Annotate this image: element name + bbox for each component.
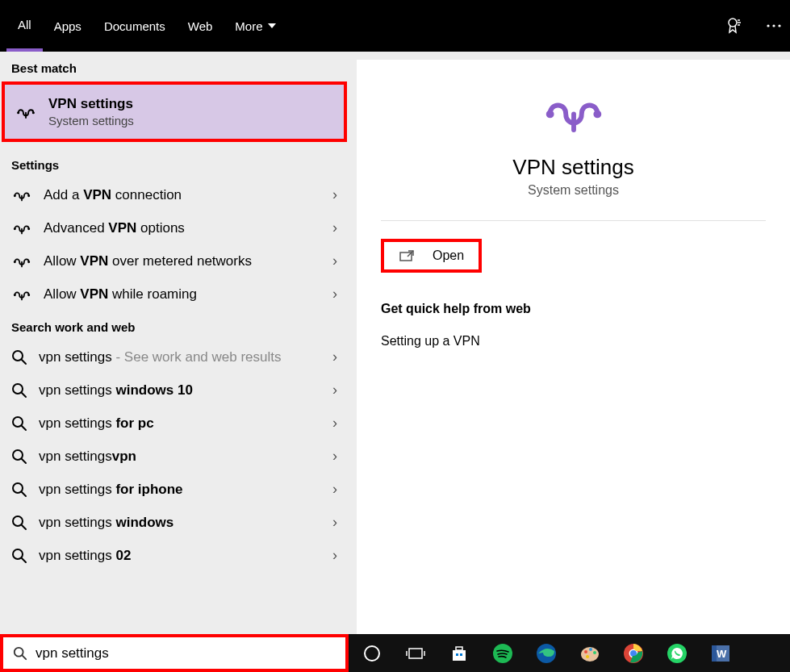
open-button-highlight: Open bbox=[381, 239, 482, 273]
web-result[interactable]: vpn settings for iphone › bbox=[0, 473, 349, 506]
svg-point-22 bbox=[584, 650, 587, 653]
taskbar: W bbox=[349, 634, 790, 672]
taskbar-spotify[interactable] bbox=[484, 637, 521, 670]
chevron-right-icon: › bbox=[332, 253, 337, 269]
search-results-panel: Best match VPN settings System settings … bbox=[0, 52, 349, 634]
search-input[interactable] bbox=[36, 645, 336, 662]
vpn-icon bbox=[11, 187, 32, 203]
svg-point-9 bbox=[772, 24, 775, 27]
web-result[interactable]: vpn settings windows › bbox=[0, 506, 349, 539]
tab-all[interactable]: All bbox=[6, 0, 43, 52]
web-result[interactable]: vpn settings windows 10 › bbox=[0, 374, 349, 407]
chevron-down-icon bbox=[268, 23, 276, 28]
web-result[interactable]: vpn settings - See work and web results … bbox=[0, 340, 349, 374]
svg-rect-18 bbox=[460, 653, 462, 656]
vpn-icon bbox=[11, 286, 32, 303]
svg-point-7 bbox=[729, 19, 737, 27]
chevron-right-icon: › bbox=[332, 382, 337, 399]
open-button[interactable]: Open bbox=[384, 242, 479, 269]
settings-item-vpn-metered[interactable]: Allow VPN over metered networks › bbox=[0, 244, 349, 278]
rewards-icon[interactable] bbox=[725, 16, 745, 35]
best-match-highlight: VPN settings System settings bbox=[2, 81, 347, 142]
taskbar-whatsapp[interactable] bbox=[658, 637, 696, 670]
settings-item-label: Advanced VPN options bbox=[44, 220, 332, 236]
settings-item-label: Allow VPN while roaming bbox=[44, 286, 332, 303]
search-icon bbox=[13, 646, 27, 661]
taskbar-edge[interactable] bbox=[528, 637, 565, 670]
tab-more[interactable]: More bbox=[224, 0, 286, 52]
preview-panel: VPN settings System settings Open Get qu… bbox=[357, 60, 790, 634]
tab-apps[interactable]: Apps bbox=[43, 0, 93, 52]
web-result[interactable]: vpn settings for pc › bbox=[0, 407, 349, 440]
open-icon bbox=[399, 249, 415, 262]
web-result-label: vpn settings 02 bbox=[39, 548, 332, 564]
search-icon bbox=[11, 515, 27, 531]
search-icon bbox=[11, 415, 27, 432]
taskbar-store[interactable] bbox=[441, 637, 478, 670]
search-icon bbox=[11, 482, 27, 498]
section-settings: Settings bbox=[0, 148, 349, 178]
web-result[interactable]: vpn settings 02 › bbox=[0, 539, 349, 572]
svg-text:W: W bbox=[717, 648, 727, 660]
best-match-title: VPN settings bbox=[48, 96, 134, 112]
search-icon bbox=[11, 548, 27, 564]
svg-point-24 bbox=[593, 651, 596, 654]
vpn-icon bbox=[538, 84, 609, 140]
taskbar-paint[interactable] bbox=[571, 637, 608, 670]
settings-item-label: Allow VPN over metered networks bbox=[44, 253, 332, 269]
settings-item-add-vpn[interactable]: Add a VPN connection › bbox=[0, 178, 349, 211]
svg-point-8 bbox=[767, 24, 769, 27]
svg-point-23 bbox=[589, 648, 592, 651]
settings-item-label: Add a VPN connection bbox=[44, 187, 332, 203]
best-match-subtitle: System settings bbox=[48, 114, 134, 127]
settings-item-vpn-roaming[interactable]: Allow VPN while roaming › bbox=[0, 278, 349, 311]
web-result-label: vpn settings windows bbox=[39, 515, 332, 531]
svg-rect-16 bbox=[456, 647, 462, 650]
section-best-match: Best match bbox=[0, 52, 349, 81]
chevron-right-icon: › bbox=[332, 415, 337, 432]
quick-help-link[interactable]: Setting up a VPN bbox=[381, 334, 766, 349]
svg-point-11 bbox=[365, 646, 379, 661]
chevron-right-icon: › bbox=[332, 514, 337, 531]
chevron-right-icon: › bbox=[332, 286, 337, 303]
svg-rect-17 bbox=[456, 653, 458, 656]
search-box-highlight bbox=[0, 634, 349, 672]
taskbar-taskview[interactable] bbox=[397, 637, 434, 670]
web-result-label: vpn settings windows 10 bbox=[39, 382, 332, 399]
svg-rect-12 bbox=[409, 649, 422, 658]
vpn-icon bbox=[11, 220, 32, 236]
tab-more-label: More bbox=[235, 19, 262, 33]
best-match-result[interactable]: VPN settings System settings bbox=[5, 85, 344, 139]
chevron-right-icon: › bbox=[332, 547, 337, 564]
chevron-right-icon: › bbox=[332, 186, 337, 203]
open-button-label: Open bbox=[433, 248, 464, 263]
settings-item-advanced-vpn[interactable]: Advanced VPN options › bbox=[0, 211, 349, 244]
vpn-icon bbox=[11, 253, 32, 269]
svg-rect-15 bbox=[453, 650, 466, 661]
taskbar-cortana[interactable] bbox=[353, 637, 391, 670]
more-options-icon[interactable] bbox=[764, 16, 784, 35]
quick-help-header: Get quick help from web bbox=[381, 302, 766, 316]
web-result-label: vpn settings - See work and web results bbox=[39, 349, 332, 365]
search-icon bbox=[11, 382, 27, 399]
search-icon bbox=[11, 449, 27, 465]
chevron-right-icon: › bbox=[332, 219, 337, 236]
web-result-label: vpn settings for iphone bbox=[39, 482, 332, 498]
tab-web[interactable]: Web bbox=[177, 0, 224, 52]
search-icon bbox=[11, 349, 27, 365]
taskbar-chrome[interactable] bbox=[615, 637, 652, 670]
preview-subtitle: System settings bbox=[528, 183, 619, 198]
preview-title: VPN settings bbox=[512, 155, 633, 180]
divider bbox=[381, 220, 766, 221]
svg-point-10 bbox=[778, 24, 780, 27]
chevron-right-icon: › bbox=[332, 448, 337, 465]
tab-documents[interactable]: Documents bbox=[93, 0, 177, 52]
chevron-right-icon: › bbox=[332, 349, 337, 365]
web-result[interactable]: vpn settingsvpn › bbox=[0, 440, 349, 473]
web-result-label: vpn settings for pc bbox=[39, 415, 332, 432]
svg-point-25 bbox=[586, 655, 589, 658]
taskbar-word[interactable]: W bbox=[702, 637, 739, 670]
section-search-web: Search work and web bbox=[0, 311, 349, 340]
vpn-icon bbox=[15, 103, 37, 121]
search-filter-tabs: All Apps Documents Web More bbox=[0, 0, 790, 52]
